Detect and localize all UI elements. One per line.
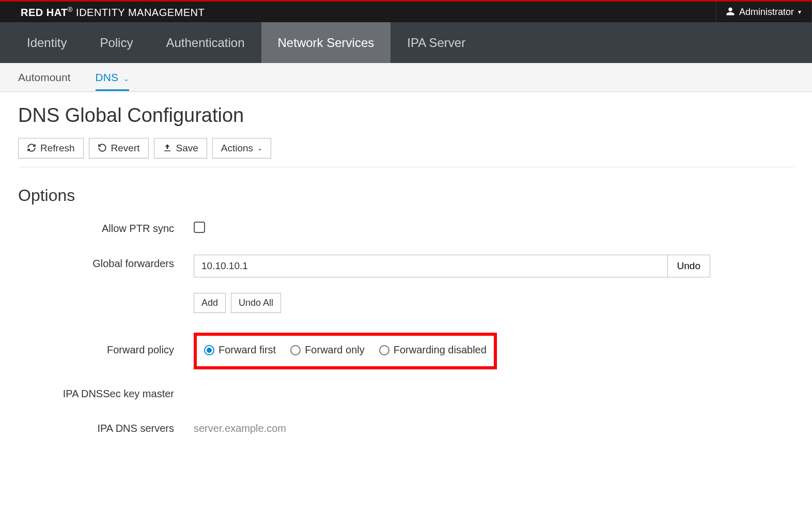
user-menu[interactable]: Administrator ▾ (716, 2, 801, 22)
nav-network-services[interactable]: Network Services (261, 22, 391, 63)
forward-policy-highlight: Forward first Forward only Forwarding di… (194, 333, 497, 369)
subnav-automount[interactable]: Automount (18, 64, 71, 91)
refresh-button[interactable]: Refresh (18, 138, 84, 159)
row-dnssec-key-master: IPA DNSSec key master (18, 385, 794, 400)
undo-all-button[interactable]: Undo All (231, 293, 281, 313)
row-dns-servers: IPA DNS servers server.example.com (18, 419, 794, 434)
masthead: RED HAT® IDENTITY MANAGEMENT Administrat… (0, 2, 812, 22)
revert-button[interactable]: Revert (89, 138, 149, 159)
label-allow-ptr-sync: Allow PTR sync (18, 220, 194, 235)
radio-icon (290, 345, 301, 355)
brand-product: IDENTITY MANAGEMENT (76, 6, 205, 18)
refresh-icon (27, 143, 36, 153)
checkbox-allow-ptr-sync[interactable] (194, 222, 205, 233)
toolbar: Refresh Revert Save Actions ⌄ (18, 138, 794, 167)
label-dnssec-key-master: IPA DNSSec key master (18, 385, 194, 400)
upload-icon (163, 143, 172, 153)
revert-icon (98, 143, 107, 153)
radio-icon (379, 345, 389, 355)
value-dnssec-key-master (194, 385, 710, 388)
chevron-down-icon: ⌄ (123, 75, 129, 83)
save-button[interactable]: Save (154, 138, 207, 159)
undo-forwarder-button[interactable]: Undo (668, 255, 710, 277)
forwarder-input[interactable] (194, 255, 668, 277)
radio-forward-only[interactable]: Forward only (290, 344, 365, 356)
section-title: Options (18, 186, 794, 205)
add-forwarder-button[interactable]: Add (194, 293, 226, 313)
nav-authentication[interactable]: Authentication (149, 22, 261, 63)
brand-red: RED (21, 6, 43, 18)
nav-identity[interactable]: Identity (10, 22, 83, 63)
nav-ipa-server[interactable]: IPA Server (391, 22, 482, 63)
sub-nav: Automount DNS ⌄ (0, 63, 812, 92)
user-icon (726, 7, 735, 18)
main-nav: Identity Policy Authentication Network S… (0, 22, 812, 63)
radio-forward-first[interactable]: Forward first (204, 344, 276, 356)
actions-button[interactable]: Actions ⌄ (212, 138, 271, 159)
forwarder-input-group: Undo (194, 255, 710, 277)
subnav-dns[interactable]: DNS ⌄ (96, 64, 129, 91)
brand-hat: HAT (46, 6, 68, 18)
radio-forwarding-disabled[interactable]: Forwarding disabled (379, 344, 487, 356)
chevron-down-icon: ▾ (798, 8, 801, 15)
content-area: DNS Global Configuration Refresh Revert … (0, 92, 812, 447)
brand-logo: RED HAT® IDENTITY MANAGEMENT (21, 6, 205, 19)
page-title: DNS Global Configuration (18, 104, 794, 127)
label-dns-servers: IPA DNS servers (18, 419, 194, 434)
row-allow-ptr-sync: Allow PTR sync (18, 220, 794, 235)
value-dns-servers: server.example.com (194, 419, 710, 434)
nav-policy[interactable]: Policy (83, 22, 149, 63)
chevron-down-icon: ⌄ (257, 145, 262, 152)
row-global-forwarders: Global forwarders Undo Add Undo All (18, 255, 794, 313)
label-global-forwarders: Global forwarders (18, 255, 194, 270)
label-forward-policy: Forward policy (18, 333, 194, 356)
radio-icon (204, 345, 214, 355)
user-name: Administrator (739, 7, 794, 18)
row-forward-policy: Forward policy Forward first Forward onl… (18, 333, 794, 369)
